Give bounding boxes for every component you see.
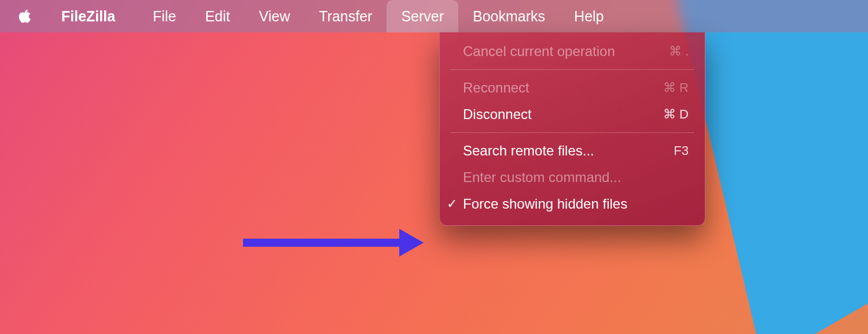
apple-logo-icon[interactable] [16, 8, 34, 25]
menu-item-shortcut: ⌘ . [669, 44, 689, 59]
menu-item-label: Cancel current operation [463, 43, 615, 60]
menu-file[interactable]: File [138, 0, 190, 32]
menu-bar: FileZilla File Edit View Transfer Server… [0, 0, 868, 32]
menu-separator [450, 132, 694, 133]
menu-reconnect: Reconnect ⌘ R [440, 75, 705, 101]
annotation-arrow-icon [243, 229, 424, 257]
menu-help[interactable]: Help [560, 0, 618, 32]
menu-edit[interactable]: Edit [190, 0, 244, 32]
menu-item-shortcut: ⌘ D [663, 107, 689, 122]
menu-search-remote-files[interactable]: Search remote files... F3 [440, 138, 705, 164]
menu-item-label: Search remote files... [463, 143, 594, 159]
server-dropdown-menu: Cancel current operation ⌘ . Reconnect ⌘… [439, 32, 705, 226]
menu-item-label: Enter custom command... [463, 169, 621, 185]
menu-view[interactable]: View [244, 0, 304, 32]
arrow-line [243, 239, 399, 247]
menu-cancel-current-operation: Cancel current operation ⌘ . [440, 38, 705, 65]
arrow-head [399, 229, 424, 257]
menu-item-label: Disconnect [463, 106, 532, 123]
menu-enter-custom-command: Enter custom command... [440, 164, 705, 191]
menu-item-shortcut: F3 [674, 143, 689, 158]
desktop-background: FileZilla File Edit View Transfer Server… [0, 0, 868, 334]
menu-item-shortcut: ⌘ R [663, 80, 689, 95]
menu-force-showing-hidden-files[interactable]: ✓ Force showing hidden files [440, 191, 705, 217]
menu-disconnect[interactable]: Disconnect ⌘ D [440, 101, 705, 128]
menu-item-label: Reconnect [463, 80, 529, 96]
menu-server[interactable]: Server [387, 0, 458, 32]
menu-transfer[interactable]: Transfer [304, 0, 387, 32]
check-icon: ✓ [447, 196, 457, 211]
menu-bookmarks[interactable]: Bookmarks [458, 0, 560, 32]
menu-item-label: Force showing hidden files [463, 196, 627, 212]
menu-separator [450, 69, 694, 70]
menu-app-name[interactable]: FileZilla [61, 8, 115, 25]
